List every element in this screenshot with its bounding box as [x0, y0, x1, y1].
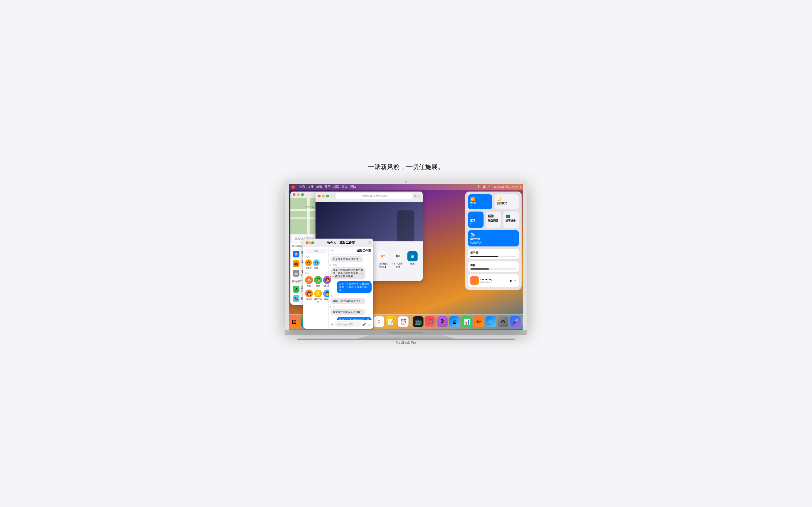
menu-help[interactable]: 帮助 — [350, 185, 356, 189]
cc-display-card: 显示器 — [468, 249, 519, 259]
maps-home-icon: 🏠 — [293, 251, 299, 258]
minimize-button[interactable] — [297, 193, 300, 196]
safari-new-tab[interactable]: + — [418, 194, 420, 198]
msg-input-field[interactable]: iMessage 信息 — [335, 321, 361, 327]
safari-close[interactable] — [318, 194, 320, 198]
fav-ftchinese[interactable]: 中 FT 中文网·全球 — [392, 251, 404, 269]
apple-menu[interactable]: 🍎 — [291, 185, 296, 189]
dock-siri[interactable]: 🎤 — [510, 316, 520, 327]
safari-share[interactable]: ⊕ — [414, 194, 417, 198]
msg-more-contacts: 👩 澳安鸬 🌟 威影工作室 👨 叶友天 — [305, 290, 327, 304]
menu-bar-left: 🍎 信息 文件 编辑 显示 对话 窗口 帮助 — [291, 185, 356, 189]
macbook-model-name: MacBook Pro — [396, 341, 416, 344]
svg-text:文化广场: 文化广场 — [306, 206, 314, 208]
back-button[interactable]: ‹ — [331, 194, 332, 198]
cc-volume-slider[interactable] — [470, 269, 516, 270]
dock-divider — [410, 318, 411, 326]
screen-mirror-icon: 📺 — [506, 214, 516, 218]
dock-pencil[interactable]: ✏ — [473, 316, 484, 327]
cc-airdrop-sub: 仅限联系人 — [470, 241, 516, 244]
cc-sound-label: 声音 — [470, 264, 516, 267]
msg-contact-item[interactable]: 👩 精嘉宝 — [305, 260, 312, 270]
dock-appletv[interactable]: 📺 — [413, 316, 423, 327]
fav-ftchinese-icon: 中 — [393, 251, 403, 262]
msg-emoji-icon[interactable]: A — [331, 323, 333, 327]
cc-donotdisturb-card[interactable]: 🌙 勿扰模式 — [495, 194, 519, 209]
menu-window[interactable]: 窗口 — [342, 185, 347, 189]
dock-appstore[interactable]: 🛒 — [486, 316, 496, 327]
menu-conversation[interactable]: 对话 — [333, 185, 339, 189]
cc-bluetooth-card[interactable]: 🔵 蓝牙 打开 — [468, 212, 484, 228]
safari-address-bar[interactable]: 搜索或输入网站名称 — [336, 193, 412, 199]
dock-reminders[interactable]: ⏰ — [398, 316, 409, 327]
cc-brightness-slider[interactable] — [470, 256, 516, 257]
msg-search-box[interactable]: 搜索 — [305, 249, 327, 253]
cc-keyboard-card[interactable]: ⌨ 键盘亮度 — [486, 212, 501, 228]
msg-maximize[interactable] — [311, 241, 314, 244]
macbook-screen: 🍎 信息 文件 编辑 显示 对话 窗口 帮助 🔋 📶 🔍 11月10日 周二 上… — [289, 184, 523, 330]
dock-settings[interactable]: ⚙ — [498, 316, 508, 327]
dock-numbers[interactable]: 📊 — [461, 316, 472, 327]
msg-bottom-avatars: 👩 澳安鸬 🌟 威影工作室 👨 叶友天 — [305, 290, 327, 304]
fav-bloomberg[interactable]: FT 【彭博度官·全球..】 — [377, 251, 389, 269]
dock-podcasts[interactable]: 🎙 — [437, 316, 448, 327]
menu-search[interactable]: 🔍 — [488, 185, 492, 188]
cc-now-playing: Underdog Alicia Keys ▶ ⏭ — [468, 274, 519, 287]
cc-sound-card: 声音 — [468, 262, 519, 272]
msg-close[interactable] — [306, 241, 308, 244]
msg-large-avatar-2[interactable]: 👨 金熙 — [314, 276, 322, 287]
safari-minimize[interactable] — [322, 194, 325, 198]
menu-info[interactable]: 信息 — [299, 185, 305, 189]
close-button[interactable] — [293, 193, 296, 196]
msg-audio-icon[interactable]: 🎤 — [362, 323, 366, 327]
menu-file[interactable]: 文件 — [308, 185, 313, 189]
maps-beach-icon: 🏖 — [293, 286, 299, 293]
cc-play-button[interactable]: ▶ — [510, 279, 513, 282]
menu-wifi[interactable]: 📶 — [483, 185, 486, 188]
msg-bottom-av-icon-1: 👩 — [305, 290, 313, 297]
msg-bottom-av-1[interactable]: 👩 澳安鸬 — [305, 290, 313, 304]
keyboard-icon: ⌨ — [488, 214, 499, 218]
maximize-button[interactable] — [301, 193, 304, 196]
menu-edit[interactable]: 编辑 — [316, 185, 322, 189]
forward-button[interactable]: › — [333, 194, 335, 198]
dock-calendar[interactable]: 11 10 — [373, 316, 384, 327]
dock-music[interactable]: 🎵 — [425, 316, 436, 327]
msg-bubble-2-wrapper: 叶宝旭 这条街取景的片段更有节奏感，镜头衔接也更流畅，大大提升了整体效果。 — [331, 264, 371, 279]
msg-large-avatar-1[interactable]: 🏠 邻居 — [305, 276, 313, 287]
maps-food-icon: 🍜 — [293, 305, 299, 305]
page-headline: 一派新风貌，一切任施展。 — [368, 163, 444, 171]
msg-info-icon[interactable]: ⓘ — [368, 240, 371, 245]
cc-next-button[interactable]: ⏭ — [514, 279, 516, 282]
maps-cafe-icon: ☕ — [293, 270, 299, 277]
msg-large-name-2: 金熙 — [316, 284, 320, 287]
msg-minimize[interactable] — [308, 241, 311, 244]
fav-bloomberg-icon: FT — [378, 251, 388, 262]
cc-wifi-card[interactable]: 📶 Wi-Fi ✓ — [468, 194, 492, 209]
dock-notes[interactable]: 📝 — [386, 316, 396, 327]
msg-emoji-btn[interactable]: ☺ — [368, 323, 371, 327]
macbook-base — [285, 330, 527, 335]
msg-contact-grid: 👩 精嘉宝 👩 影颖 — [305, 260, 327, 270]
fav-linkedin-icon: in — [407, 251, 417, 262]
msg-bottom-av-2[interactable]: 🌟 威影工作室 — [314, 290, 322, 304]
safari-maximize[interactable] — [326, 194, 329, 198]
messages-chat: ✏ 威影工作室 那个镜头的镜头很激进。 叶宝旭 这条街取 — [329, 247, 373, 329]
dock-screens[interactable]: 🖥 — [449, 316, 460, 327]
msg-avatar-2: 👩 — [313, 260, 320, 266]
msg-contact-item-2[interactable]: 👩 影颖 — [313, 260, 320, 270]
screen-inner: 🍎 信息 文件 编辑 显示 对话 窗口 帮助 🔋 📶 🔍 11月10日 周二 上… — [289, 184, 523, 330]
cc-album-art — [470, 276, 479, 285]
cc-screen-card[interactable]: 📺 屏幕镜像 — [503, 212, 519, 228]
cc-airdrop-card[interactable]: 📡 隔空投送 仅限联系人 — [468, 230, 519, 246]
msg-bottom-av-name-1: 澳安鸬 — [306, 298, 312, 301]
dock-launchpad[interactable]: ⊞ — [289, 316, 299, 327]
macbook-notch — [389, 332, 423, 334]
notif-badge — [329, 276, 332, 278]
cc-song-info: Underdog Alicia Keys — [480, 278, 509, 283]
fav-linkedin[interactable]: in 领英 — [406, 251, 419, 269]
menu-view[interactable]: 显示 — [325, 185, 331, 189]
msg-sender-4: 郑 — [331, 295, 371, 298]
cc-wifi-status: ✓ — [470, 205, 490, 207]
msg-compose-icon[interactable]: ✏ — [331, 249, 334, 252]
